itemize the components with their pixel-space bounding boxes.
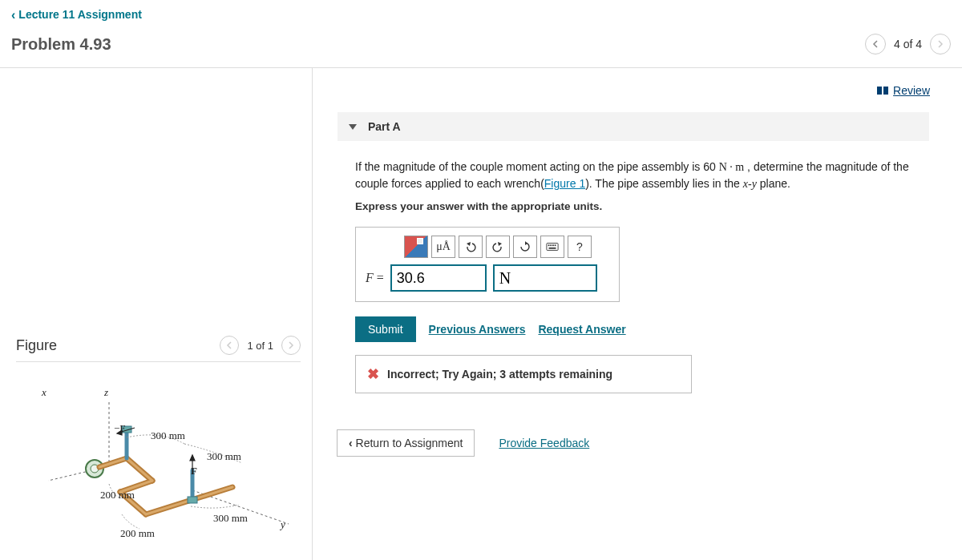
axis-y: y (281, 518, 285, 531)
svg-marker-22 (190, 455, 195, 461)
part-title: Part A (368, 120, 401, 133)
reset-tool[interactable] (513, 236, 537, 258)
dim-5: 300 mm (213, 512, 248, 525)
units-tool[interactable]: μÅ (431, 236, 455, 258)
svg-line-11 (127, 458, 152, 481)
request-answer-link[interactable]: Request Answer (538, 323, 625, 336)
return-to-assignment-button[interactable]: Return to Assignment (337, 429, 475, 457)
caret-down-icon (349, 124, 357, 130)
incorrect-icon: ✖ (367, 365, 379, 383)
svg-rect-29 (552, 244, 554, 246)
equation-label: F= (366, 271, 384, 285)
part-header[interactable]: Part A (338, 112, 929, 141)
dim-4: 200 mm (120, 527, 155, 540)
svg-rect-27 (548, 244, 550, 246)
svg-marker-24 (498, 242, 502, 246)
svg-marker-23 (467, 242, 471, 246)
svg-line-10 (99, 458, 127, 467)
next-figure-button[interactable] (281, 336, 301, 355)
unit-input[interactable] (493, 264, 597, 292)
svg-rect-26 (547, 244, 558, 251)
force-pos: F (191, 465, 197, 477)
prompt-text: If the magnitude of the couple moment ac… (355, 159, 911, 192)
next-problem-button[interactable] (930, 34, 951, 54)
undo-tool[interactable] (459, 236, 483, 258)
previous-answers-link[interactable]: Previous Answers (429, 323, 526, 336)
figure-title: Figure (16, 337, 57, 354)
axis-x: x (42, 386, 46, 399)
dim-3: 200 mm (100, 489, 135, 502)
svg-rect-30 (555, 244, 556, 246)
help-tool[interactable]: ? (568, 236, 592, 258)
dim-2: 300 mm (207, 450, 241, 463)
dim-1: 300 mm (151, 429, 185, 442)
back-to-assignment-link[interactable]: Lecture 11 Assignment (11, 8, 142, 21)
keyboard-tool[interactable] (540, 236, 564, 258)
feedback-box: ✖ Incorrect; Try Again; 3 attempts remai… (355, 355, 692, 393)
svg-rect-31 (549, 248, 556, 249)
figure-nav: 1 of 1 (220, 336, 301, 355)
provide-feedback-link[interactable]: Provide Feedback (499, 437, 589, 449)
figure-diagram: z x y −F F 300 mm 300 mm 200 mm 200 mm 3… (16, 386, 301, 560)
force-neg: −F (114, 422, 126, 435)
svg-rect-18 (188, 497, 197, 503)
figure-page-indicator: 1 of 1 (247, 340, 273, 352)
review-link[interactable]: Review (877, 84, 930, 97)
figure-1-link[interactable]: Figure 1 (544, 177, 585, 190)
prev-figure-button[interactable] (220, 336, 239, 355)
submit-button[interactable]: Submit (355, 316, 416, 342)
answer-box: μÅ ? (355, 227, 620, 302)
axis-z: z (104, 386, 108, 399)
prev-problem-button[interactable] (865, 34, 886, 54)
feedback-text: Incorrect; Try Again; 3 attempts remaini… (387, 368, 612, 381)
problem-nav: 4 of 4 (865, 34, 951, 54)
hint-line: Express your answer with the appropriate… (355, 200, 911, 212)
value-input[interactable] (390, 264, 487, 292)
problem-title: Problem 4.93 (11, 35, 111, 54)
svg-rect-28 (550, 244, 552, 246)
templates-tool[interactable] (404, 236, 428, 258)
redo-tool[interactable] (486, 236, 510, 258)
problem-page-indicator: 4 of 4 (894, 38, 922, 50)
